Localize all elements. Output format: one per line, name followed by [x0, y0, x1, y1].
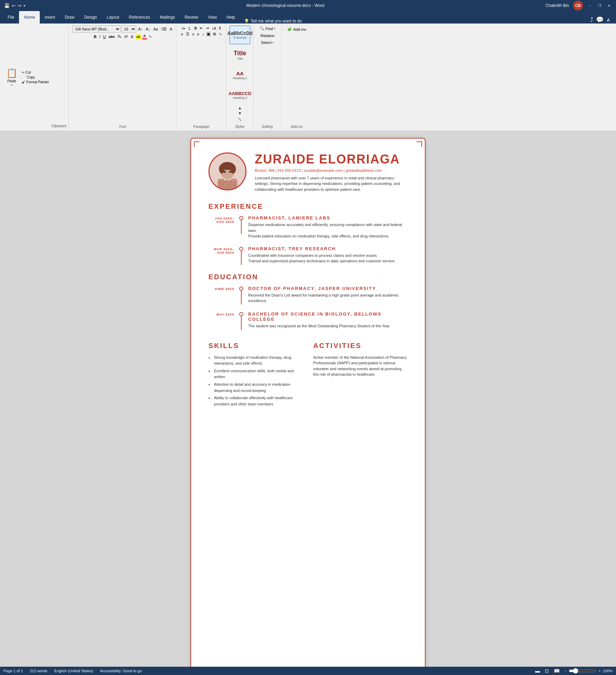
- minimize-button[interactable]: −: [587, 3, 592, 8]
- tab-view[interactable]: View: [203, 11, 222, 24]
- text-highlight-button[interactable]: ab: [135, 35, 141, 39]
- numbering-button[interactable]: 1.: [187, 26, 192, 31]
- resume-summary: Licensed pharmacist with over 7 years of…: [255, 175, 408, 193]
- styles-expand-button[interactable]: ⤡: [237, 116, 242, 122]
- clear-formatting-button[interactable]: ⌫: [160, 27, 168, 32]
- edu-1: JUNE 20XX DOCTOR OF PHARMACY, JASPER UNI…: [208, 286, 408, 304]
- svg-rect-9: [219, 180, 236, 189]
- align-left-button[interactable]: ≡: [180, 32, 184, 37]
- show-hide-button[interactable]: ¶: [218, 26, 222, 31]
- justify-button[interactable]: ≡: [196, 32, 200, 37]
- view-reader-icon[interactable]: 📖: [554, 668, 560, 674]
- tab-home[interactable]: Home: [19, 11, 40, 24]
- title-bar: 💾 ↩ ↪ ▾ Modern chronological resume.docx…: [0, 0, 616, 11]
- line-spacing-button[interactable]: ↕: [201, 32, 205, 37]
- zoom-slider[interactable]: [569, 668, 596, 674]
- tab-review[interactable]: Review: [180, 11, 203, 24]
- resume-name: ZURAIDE ELORRIAGA: [255, 152, 408, 166]
- bold-button[interactable]: B: [93, 34, 97, 39]
- skills-column: SKILLS Strong knowledge of medication th…: [208, 338, 303, 409]
- save-icon[interactable]: 💾: [4, 3, 10, 8]
- cut-button[interactable]: ✂ Cut: [21, 70, 50, 75]
- edu-1-date: JUNE 20XX: [208, 286, 234, 291]
- tab-insert[interactable]: Insert: [40, 11, 60, 24]
- sort-button[interactable]: ↕A: [211, 26, 217, 31]
- para-expand-button[interactable]: ⤡: [218, 31, 223, 37]
- font-row2: B I U abc X₂ X² A ab A ⤡: [93, 34, 153, 39]
- paste-button[interactable]: 📋 Paste ▾: [4, 26, 19, 129]
- tab-references[interactable]: References: [124, 11, 155, 24]
- tab-mailings[interactable]: Mailings: [155, 11, 180, 24]
- zoom-in-icon[interactable]: +: [598, 669, 600, 673]
- title-bar-left: 💾 ↩ ↪ ▾: [4, 3, 25, 8]
- subscript-button[interactable]: X₂: [116, 34, 122, 39]
- tab-file[interactable]: File: [3, 11, 19, 24]
- decrease-font-button[interactable]: A↓: [145, 27, 151, 31]
- shading-button[interactable]: ▣: [206, 31, 211, 37]
- job-1-content: PHARMACIST, LAMIERE LABS Dispense medica…: [248, 215, 408, 239]
- change-case-button[interactable]: Aa: [152, 27, 159, 31]
- corner-decoration-tl: [194, 141, 199, 147]
- italic-button[interactable]: I: [98, 34, 101, 39]
- tab-design[interactable]: Design: [79, 11, 102, 24]
- section-activities-heading: ACTIVITIES: [313, 342, 408, 350]
- view-web-icon[interactable]: ⊡: [545, 668, 549, 674]
- font-expand-button[interactable]: ⤡: [148, 34, 153, 39]
- increase-font-button[interactable]: A↑: [137, 27, 144, 31]
- paragraph-label: Paragraph: [193, 124, 209, 129]
- styles-scroll-up[interactable]: ▲: [237, 106, 242, 110]
- user-avatar[interactable]: CB: [573, 1, 583, 10]
- job-2-desc: Coordinated with insurance companies to …: [248, 253, 408, 264]
- timeline-dot-3: [239, 287, 243, 291]
- zoom-out-icon[interactable]: −: [564, 669, 567, 673]
- maximize-button[interactable]: ❐: [597, 3, 602, 8]
- font-row1: Gill Sans MT (Bod... 10 A↑ A↓ Aa ⌫ A: [72, 26, 174, 32]
- collapse-ribbon-icon[interactable]: ∧: [606, 17, 610, 23]
- undo-icon[interactable]: ↩: [12, 3, 16, 8]
- style-title[interactable]: Title Title: [230, 46, 250, 64]
- superscript-button[interactable]: X²: [123, 34, 129, 39]
- zoom-level[interactable]: 100%: [603, 669, 613, 673]
- addins-group: 🧩 Add-ins Add-ins: [281, 25, 311, 129]
- share-icon[interactable]: ⤴: [590, 16, 593, 24]
- align-center-button[interactable]: ☰: [185, 31, 190, 37]
- document-title: Modern chronological resume.docx - Word: [25, 3, 545, 8]
- align-right-button[interactable]: ≡: [191, 32, 195, 37]
- format-painter-button[interactable]: 🖌 Format Painter: [21, 80, 50, 84]
- font-options-button[interactable]: A: [169, 27, 173, 31]
- redo-icon[interactable]: ↪: [18, 3, 21, 8]
- tab-draw[interactable]: Draw: [60, 11, 79, 24]
- header-info: ZURAIDE ELORRIAGA Boston, MA | 916.555.0…: [255, 152, 408, 192]
- style-heading2[interactable]: AA Heading 2: [230, 66, 250, 84]
- bullets-button[interactable]: ≡•: [181, 26, 186, 31]
- font-color-button[interactable]: A: [142, 34, 147, 39]
- font-family-select[interactable]: Gill Sans MT (Bod...: [72, 26, 121, 32]
- comments-icon[interactable]: 💬: [596, 16, 604, 24]
- close-button[interactable]: ✕: [606, 3, 612, 8]
- view-normal-icon[interactable]: ▬: [535, 668, 540, 674]
- borders-button[interactable]: ⊞: [212, 31, 217, 37]
- tab-layout[interactable]: Layout: [102, 11, 124, 24]
- svg-point-6: [224, 171, 226, 173]
- styles-scroll-down[interactable]: ▼: [237, 111, 242, 115]
- decrease-indent-button[interactable]: ⇤: [199, 26, 204, 31]
- document-area: ZURAIDE ELORRIAGA Boston, MA | 916.555.0…: [0, 131, 616, 675]
- tell-me-text[interactable]: Tell me what you want to do: [251, 19, 302, 24]
- replace-button[interactable]: Replace: [258, 33, 277, 38]
- text-effects-button[interactable]: A: [130, 34, 134, 39]
- multilevel-list-button[interactable]: ≣: [193, 26, 198, 31]
- font-size-select[interactable]: 10: [122, 26, 136, 32]
- find-button[interactable]: 🔍 Find ▾: [257, 26, 278, 31]
- edu-2-date: MAY 20XX: [208, 311, 234, 316]
- strikethrough-button[interactable]: abc: [108, 34, 116, 39]
- underline-button[interactable]: U: [102, 34, 107, 39]
- select-button[interactable]: Select ▾: [258, 40, 277, 45]
- copy-button[interactable]: 📄 Copy: [21, 75, 50, 79]
- edu-2-content: BACHELOR OF SCIENCE IN BIOLOGY, BELLOWS …: [248, 311, 408, 329]
- increase-indent-button[interactable]: ⇥: [205, 26, 210, 31]
- style-normal[interactable]: AaBbCcDd ¶ Normal: [230, 26, 250, 44]
- section-experience-heading: EXPERIENCE: [208, 203, 408, 210]
- addins-button[interactable]: 🧩 Add-ins: [284, 26, 309, 33]
- tab-help[interactable]: Help: [222, 11, 240, 24]
- style-heading3[interactable]: AABBCCD Heading 3: [230, 86, 250, 104]
